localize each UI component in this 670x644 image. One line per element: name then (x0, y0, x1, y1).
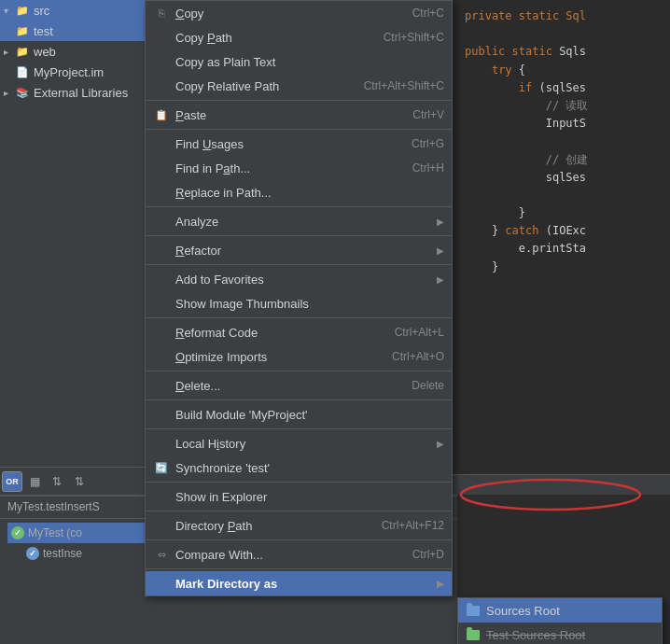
menu-separator-9 (146, 428, 452, 429)
menu-item-find-in-path[interactable]: Find in Path... Ctrl+H (146, 156, 452, 180)
menu-separator-5 (146, 264, 452, 265)
menu-item-paste[interactable]: 📋 Paste Ctrl+V (146, 103, 452, 127)
expand-arrow: ▸ (4, 88, 15, 98)
code-background: private static Sql public static Sqls tr… (455, 0, 670, 644)
submenu-arrow-refactor: ▶ (437, 245, 444, 256)
menu-icon-empty (153, 29, 170, 46)
menu-item-add-favorites[interactable]: Add to Favorites ▶ (146, 267, 452, 291)
menu-label-refactor: Refactor (175, 244, 302, 258)
menu-label-copy-plain: Copy as Plain Text (175, 55, 429, 69)
menu-item-copy[interactable]: ⎘ Copy Ctrl+C (146, 1, 452, 25)
menu-shortcut-find-usages: Ctrl+G (412, 137, 444, 150)
toolbar-btn-sort1[interactable]: ⇅ (47, 471, 67, 492)
menu-label-copy-path: Copy Path (175, 31, 369, 45)
copy-icon: ⎘ (153, 5, 170, 21)
menu-item-find-usages[interactable]: Find Usages Ctrl+G (146, 132, 452, 156)
menu-item-optimize[interactable]: Optimize Imports Ctrl+Alt+O (146, 344, 452, 369)
submenu-arrow-history: ▶ (437, 439, 444, 449)
sidebar-item-external-libraries[interactable]: ▸ 📚 External Libraries (0, 82, 145, 103)
menu-icon-empty3 (153, 77, 170, 94)
bottom-toolbar: OR ▦ ⇅ ⇅ (0, 467, 145, 495)
context-menu: ⎘ Copy Ctrl+C Copy Path Ctrl+Shift+C Cop… (145, 0, 453, 596)
menu-label-delete: Delete... (175, 379, 397, 393)
menu-separator-11 (146, 511, 452, 511)
submenu-arrow-analyze: ▶ (437, 217, 444, 227)
menu-icon-empty15 (153, 435, 170, 452)
menu-label-mark-directory: Mark Directory as (175, 577, 302, 591)
menu-icon-empty14 (153, 406, 170, 423)
sidebar-item-web[interactable]: ▸ 📁 web (0, 41, 145, 62)
toolbar-btn-grid[interactable]: ▦ (24, 471, 45, 492)
menu-item-show-thumbnails[interactable]: Show Image Thumbnails (146, 291, 452, 315)
sidebar-item-test[interactable]: 📁 test (0, 21, 145, 41)
menu-label-paste: Paste (175, 108, 398, 122)
folder-icon: 📁 (15, 44, 30, 59)
test-sub-label: testInse (43, 547, 82, 560)
menu-item-copy-plain[interactable]: Copy as Plain Text (146, 49, 452, 74)
menu-label-copy-relative: Copy Relative Path (175, 79, 349, 93)
menu-item-synchronize[interactable]: 🔄 Synchronize 'test' (146, 455, 452, 480)
test-item-label: MyTest (co (28, 526, 82, 539)
submenu-label-sources-root: Sources Root (486, 604, 560, 618)
menu-item-compare[interactable]: ⇔ Compare With... Ctrl+D (146, 542, 452, 567)
menu-shortcut-copy-relative: Ctrl+Alt+Shift+C (364, 79, 444, 92)
menu-item-directory-path[interactable]: Directory Path Ctrl+Alt+F12 (146, 513, 452, 538)
menu-item-delete[interactable]: Delete... Delete (146, 373, 452, 398)
menu-label-find-in-path: Find in Path... (175, 161, 398, 175)
menu-shortcut-reformat: Ctrl+Alt+L (395, 326, 444, 339)
menu-icon-empty5 (153, 160, 170, 176)
submenu-arrow-favorites: ▶ (437, 274, 444, 285)
menu-label-replace-in-path: Replace in Path... (175, 186, 429, 200)
menu-item-copy-path[interactable]: Copy Path Ctrl+Shift+C (146, 25, 452, 49)
toolbar-btn-or[interactable]: OR (2, 471, 22, 492)
sources-root-icon (466, 603, 481, 618)
menu-label-analyze: Analyze (175, 215, 302, 229)
menu-separator-1 (146, 100, 452, 101)
submenu-mark-directory: Sources Root Test Sources Root Resources… (457, 597, 663, 644)
submenu-item-test-sources[interactable]: Test Sources Root (458, 623, 662, 644)
submenu-label-test-sources: Test Sources Root (486, 628, 585, 642)
menu-shortcut-directory: Ctrl+Alt+F12 (382, 519, 444, 532)
menu-item-local-history[interactable]: Local History ▶ (146, 431, 452, 455)
menu-icon-empty12 (153, 348, 170, 365)
menu-item-copy-relative[interactable]: Copy Relative Path Ctrl+Alt+Shift+C (146, 74, 452, 98)
menu-item-refactor[interactable]: Refactor ▶ (146, 238, 452, 262)
menu-item-show-explorer[interactable]: Show in Explorer (146, 484, 452, 509)
menu-icon-empty11 (153, 324, 170, 341)
sidebar-item-src[interactable]: ▾ 📁 src (0, 0, 145, 21)
file-icon: 📄 (15, 64, 30, 79)
menu-icon-empty10 (153, 295, 170, 312)
expand-arrow: ▾ (4, 6, 15, 16)
menu-label-optimize: Optimize Imports (175, 350, 377, 364)
test-sources-icon (466, 627, 481, 642)
expand-arrow (4, 26, 15, 36)
menu-shortcut-copy-path: Ctrl+Shift+C (384, 31, 444, 44)
menu-item-reformat[interactable]: Reformat Code Ctrl+Alt+L (146, 320, 452, 344)
menu-shortcut-optimize: Ctrl+Alt+O (392, 350, 444, 363)
menu-item-build-module[interactable]: Build Module 'MyProject' (146, 402, 452, 427)
menu-label-copy: Copy (175, 7, 398, 21)
menu-item-mark-directory[interactable]: Mark Directory as ▶ (146, 571, 452, 595)
menu-label-directory-path: Directory Path (175, 519, 367, 533)
toolbar-btn-sort2[interactable]: ⇅ (69, 471, 90, 492)
folder-icon: 📁 (15, 23, 30, 38)
menu-icon-empty2 (153, 53, 170, 70)
menu-separator-2 (146, 129, 452, 130)
menu-icon-empty8 (153, 242, 170, 259)
submenu-item-sources-root[interactable]: Sources Root (458, 598, 662, 623)
menu-item-replace-in-path[interactable]: Replace in Path... (146, 180, 452, 204)
menu-label-reformat: Reformat Code (175, 326, 380, 340)
menu-shortcut-delete: Delete (412, 379, 444, 392)
menu-icon-empty16 (153, 488, 170, 505)
menu-label-add-favorites: Add to Favorites (175, 273, 302, 287)
sidebar-item-myproject[interactable]: 📄 MyProject.im (0, 62, 145, 82)
submenu-arrow-mark: ▶ (437, 579, 444, 589)
sidebar-label: External Libraries (34, 86, 128, 100)
menu-separator-3 (146, 206, 452, 207)
menu-label-show-explorer: Show in Explorer (175, 490, 444, 504)
menu-item-analyze[interactable]: Analyze ▶ (146, 209, 452, 233)
test-status-icon: ✓ (11, 526, 24, 539)
menu-shortcut-paste: Ctrl+V (412, 108, 444, 121)
menu-shortcut-compare: Ctrl+D (412, 548, 444, 561)
compare-icon: ⇔ (153, 546, 170, 563)
